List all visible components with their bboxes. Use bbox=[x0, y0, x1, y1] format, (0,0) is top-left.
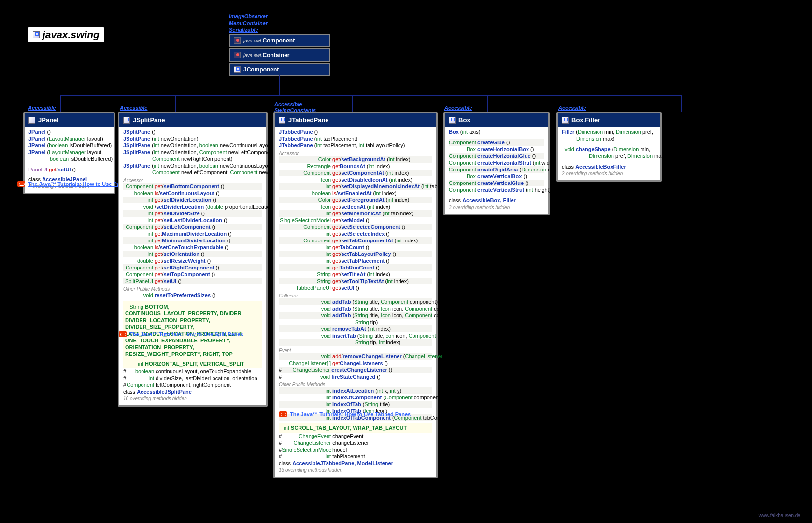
class-header[interactable]: Box bbox=[445, 113, 548, 127]
class-icon bbox=[123, 117, 130, 124]
class-jsplitpane: JSplitPane JSplitPane ()JSplitPane (int … bbox=[118, 112, 268, 407]
interface-link[interactable]: Accessible bbox=[444, 105, 472, 111]
interface-link[interactable]: Accessible bbox=[558, 105, 586, 111]
connector bbox=[60, 95, 682, 96]
tutorial-link[interactable]: The Java™ Tutorials: How to Use Panels bbox=[17, 181, 130, 187]
package-name: javax.swing bbox=[43, 29, 100, 41]
class-icon bbox=[234, 37, 241, 44]
class-icon bbox=[28, 117, 35, 124]
package-title: javax.swing bbox=[28, 27, 104, 42]
root-class-container[interactable]: java.awt.Container bbox=[229, 48, 330, 62]
root-interfaces: ImageObserver MenuContainer Serializable bbox=[229, 13, 268, 33]
oracle-icon bbox=[119, 331, 127, 337]
class-header[interactable]: JTabbedPane bbox=[275, 113, 436, 127]
interface-link[interactable]: Accessible bbox=[28, 105, 56, 111]
tutorial-link[interactable]: The Java™ Tutorials: How to Use Tabbed P… bbox=[279, 411, 411, 417]
class-icon bbox=[234, 66, 241, 73]
class-header[interactable]: JSplitPane bbox=[119, 113, 266, 127]
class-boxfiller: Box.Filler Filler (Dimension min, Dimens… bbox=[556, 112, 662, 182]
class-header[interactable]: Box.Filler bbox=[558, 113, 660, 127]
oracle-icon bbox=[279, 411, 287, 417]
root-class-component[interactable]: java.awt.Component bbox=[229, 34, 330, 47]
connector bbox=[60, 95, 61, 112]
connector bbox=[487, 95, 488, 112]
class-icon bbox=[449, 117, 456, 124]
class-icon bbox=[562, 117, 569, 124]
interface-link[interactable]: Accessible bbox=[120, 105, 147, 111]
tutorial-link[interactable]: The Java™ Tutorials: How to Use Split Pa… bbox=[119, 331, 243, 337]
class-icon bbox=[234, 52, 241, 58]
root-class-jcomponent[interactable]: JComponent bbox=[229, 63, 330, 76]
interface-link[interactable]: Accessible bbox=[274, 101, 302, 107]
class-header[interactable]: JPanel bbox=[25, 113, 114, 127]
footer-link[interactable]: www.falkhausen.de bbox=[759, 513, 800, 518]
class-box: Box Box (int axis)Component createGlue (… bbox=[443, 112, 550, 215]
oracle-icon bbox=[17, 181, 25, 187]
interface-link[interactable]: Serializable bbox=[229, 27, 268, 33]
connector bbox=[279, 75, 280, 95]
connector bbox=[175, 95, 176, 112]
class-icon bbox=[279, 117, 285, 124]
connector bbox=[352, 95, 353, 112]
interface-link[interactable]: ImageObserver bbox=[229, 13, 268, 20]
package-icon bbox=[33, 31, 40, 38]
interface-link[interactable]: MenuContainer bbox=[229, 20, 268, 27]
connector bbox=[681, 95, 682, 112]
class-jtabbedpane: JTabbedPane JTabbedPane ()JTabbedPane (i… bbox=[273, 112, 438, 478]
